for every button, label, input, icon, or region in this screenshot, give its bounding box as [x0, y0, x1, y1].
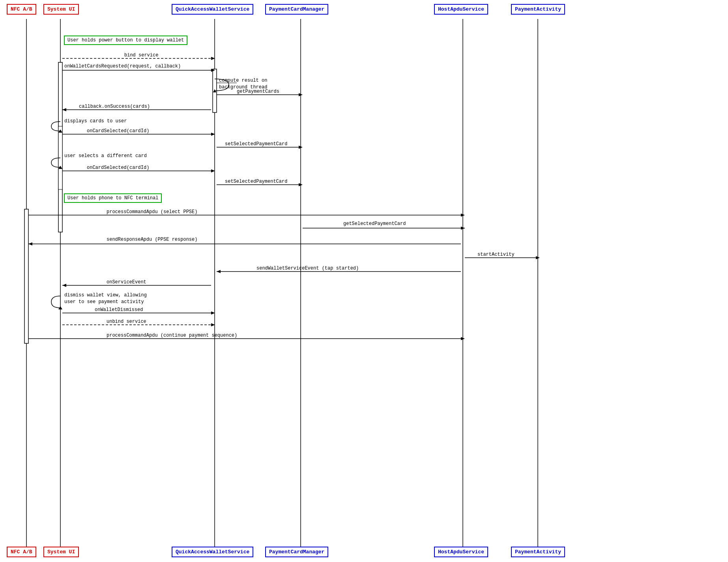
- label-displays-cards: displays cards to user: [64, 118, 127, 124]
- label-user-selects: user selects a different card: [64, 153, 147, 159]
- lifeline-systemui-top: System UI: [43, 4, 79, 15]
- label-oncardselected-2: onCardSelected(cardId): [87, 165, 149, 170]
- label-setselectedpayment-1: setSelectedPaymentCard: [225, 141, 287, 147]
- svg-marker-10: [211, 57, 215, 60]
- lifeline-nfc-bottom: NFC A/B: [7, 547, 36, 557]
- svg-rect-31: [24, 209, 28, 343]
- svg-marker-48: [461, 337, 465, 340]
- label-getpaymentcards: getPaymentCards: [237, 89, 279, 94]
- lifeline-hostapdu-bottom: HostApduService: [434, 547, 488, 557]
- lifeline-hostapdu-top: HostApduService: [434, 4, 488, 15]
- lifeline-nfc-top: NFC A/B: [7, 4, 36, 15]
- label-onwalletcards: onWalletCardsRequested(request, callback…: [64, 64, 181, 69]
- label-dismiss-wallet: dismiss wallet view, allowinguser to see…: [64, 292, 147, 305]
- svg-marker-14: [213, 89, 216, 92]
- svg-rect-6: [58, 62, 62, 232]
- lifeline-paymentactivity-bottom: PaymentActivity: [511, 547, 565, 557]
- svg-marker-19: [58, 129, 62, 133]
- note-nfc-terminal: User holds phone to NFC terminal: [64, 193, 162, 203]
- svg-marker-46: [211, 323, 215, 326]
- svg-marker-35: [28, 242, 32, 245]
- label-sendwalletevent: sendWalletServiceEvent (tap started): [256, 266, 359, 271]
- label-oncardselected-1: onCardSelected(cardId): [87, 128, 149, 134]
- svg-marker-16: [299, 93, 303, 96]
- svg-marker-12: [211, 69, 215, 72]
- label-setselectedpayment-2: setSelectedPaymentCard: [225, 179, 287, 184]
- svg-rect-8: [58, 126, 62, 189]
- lifeline-quickaccess-top: QuickAccessWalletService: [172, 4, 253, 15]
- lifeline-paymentcard-bottom: PaymentCardManager: [265, 547, 328, 557]
- svg-marker-24: [58, 166, 62, 169]
- svg-marker-26: [211, 169, 215, 172]
- label-startactivity: startActivity: [477, 252, 515, 257]
- label-processcommandapdu-1: processCommandApdu (select PPSE): [107, 209, 197, 215]
- svg-marker-28: [299, 183, 303, 186]
- lifeline-paymentactivity-top: PaymentActivity: [511, 4, 565, 15]
- lifeline-systemui-bottom: System UI: [43, 547, 79, 557]
- label-onwalletdismissed: onWalletDismissed: [95, 307, 143, 313]
- label-unbind-service: unbind service: [107, 319, 146, 324]
- svg-marker-44: [211, 311, 215, 315]
- svg-marker-41: [62, 284, 66, 287]
- svg-marker-39: [217, 270, 221, 273]
- lifeline-quickaccess-bottom: QuickAccessWalletService: [172, 547, 253, 557]
- label-callback-onsuccess: callback.onSuccess(cards): [79, 104, 150, 109]
- svg-rect-7: [213, 69, 217, 112]
- label-onserviceevent: onServiceEvent: [107, 279, 146, 285]
- diagram-container: NFC A/B System UI QuickAccessWalletServi…: [0, 0, 728, 562]
- svg-marker-21: [211, 133, 215, 136]
- svg-marker-23: [299, 146, 303, 149]
- note-power-button: User holds power button to display walle…: [64, 36, 187, 45]
- svg-marker-18: [62, 108, 66, 111]
- label-bind-service: bind service: [124, 52, 158, 58]
- lifeline-paymentcard-top: PaymentCardManager: [265, 4, 328, 15]
- svg-marker-33: [461, 227, 465, 230]
- svg-marker-37: [536, 256, 540, 259]
- svg-marker-42: [58, 306, 62, 309]
- label-sendresponseapdu: sendResponseApdu (PPSE response): [107, 237, 197, 242]
- label-getselectedpayment: getSelectedPaymentCard: [343, 221, 406, 227]
- svg-marker-30: [461, 214, 465, 217]
- label-processcommandapdu-2: processCommandApdu (continue payment seq…: [107, 333, 237, 338]
